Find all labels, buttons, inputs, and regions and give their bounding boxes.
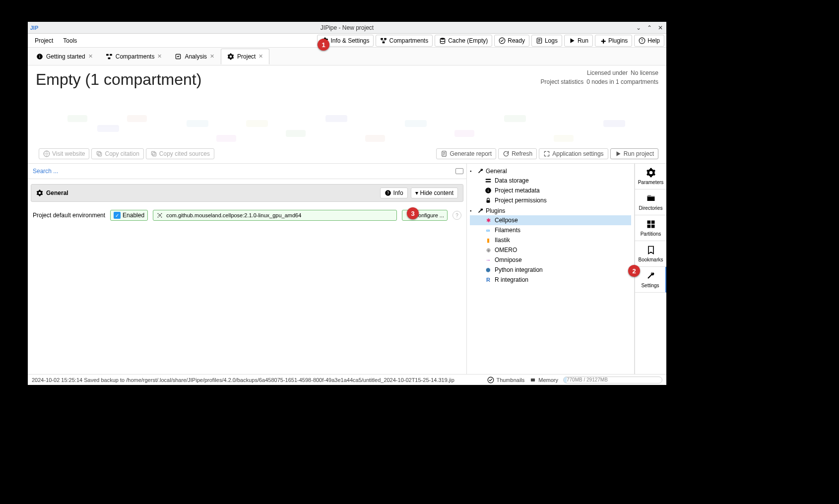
svg-rect-2	[383, 41, 385, 43]
field-default-environment: Project default environment ✓ Enabled co…	[28, 207, 466, 224]
copy-citation-button[interactable]: Copy citation	[91, 148, 143, 159]
svg-rect-1	[385, 38, 387, 40]
ready-button[interactable]: Ready	[494, 35, 529, 47]
run-button[interactable]: Run	[564, 35, 593, 47]
tab-compartments[interactable]: Compartments ✕	[99, 49, 169, 64]
thumbnails-status[interactable]: Thumbnails	[487, 377, 524, 383]
svg-rect-32	[647, 221, 650, 224]
section-general: General ? Info ▾ Hide content	[31, 184, 463, 202]
license-value: No license	[631, 69, 658, 76]
memory-icon	[529, 377, 536, 383]
compartments-button[interactable]: Compartments	[376, 35, 433, 47]
check-icon	[499, 37, 506, 44]
close-icon[interactable]: ✕	[210, 53, 214, 60]
info-button[interactable]: ? Info	[380, 188, 408, 198]
cache-label: Cache (Empty)	[448, 37, 488, 44]
svg-rect-27	[486, 179, 491, 180]
rtab-directories[interactable]: Directories	[635, 189, 666, 215]
tree-label: OMERO	[495, 247, 517, 253]
hide-content-button[interactable]: ▾ Hide content	[411, 188, 458, 198]
svg-rect-33	[651, 221, 654, 224]
menu-tools[interactable]: Tools	[58, 35, 82, 46]
statusbar: 2024-10-02 15:25:14 Saved backup to /hom…	[28, 374, 666, 385]
run-project-button[interactable]: Run project	[610, 148, 658, 159]
help-button[interactable]: ? Help	[634, 35, 664, 47]
field-help-button[interactable]: ?	[452, 211, 461, 220]
compartments-icon	[380, 37, 387, 44]
memory-bar[interactable]: 770MB / 29127MB	[563, 377, 662, 383]
app-icon: JIP	[30, 23, 39, 32]
tree-item-filaments[interactable]: ∞ Filaments	[470, 225, 631, 235]
titlebar: JIP JIPipe - New project ⌄ ⌃ ✕	[28, 22, 666, 34]
tab-project[interactable]: Project ✕	[221, 49, 269, 64]
svg-point-26	[161, 217, 162, 218]
close-icon[interactable]: ✕	[157, 53, 162, 60]
svg-rect-18	[151, 151, 155, 155]
rtab-parameters[interactable]: Parameters	[635, 164, 666, 189]
svg-point-23	[158, 213, 159, 214]
tree-item-cellpose[interactable]: ✱ Cellpose	[470, 215, 631, 225]
close-icon[interactable]: ✕	[88, 53, 93, 60]
enabled-checkbox[interactable]: ✓ Enabled	[110, 210, 148, 221]
memory-status: Memory	[529, 377, 558, 383]
rtab-partitions[interactable]: Partitions	[635, 215, 666, 241]
app-settings-button[interactable]: Application settings	[539, 148, 608, 159]
tree-item-ilastik[interactable]: ▮ Ilastik	[470, 235, 631, 245]
compartments-label: Compartments	[389, 37, 428, 44]
generate-report-button[interactable]: Generate report	[436, 148, 496, 159]
tree-item-project-permissions[interactable]: Project permissions	[470, 195, 631, 205]
tree-item-project-metadata[interactable]: i Project metadata	[470, 186, 631, 195]
generate-report-label: Generate report	[450, 150, 492, 157]
tree-group-general[interactable]: ▪ General	[470, 167, 631, 176]
tabbar: i Getting started ✕ Compartments ✕ Analy…	[28, 48, 666, 65]
svg-text:?: ?	[387, 191, 389, 195]
visit-website-button[interactable]: Visit website	[39, 148, 89, 159]
logs-button[interactable]: Logs	[531, 35, 562, 47]
partitions-icon	[646, 219, 656, 229]
refresh-icon	[503, 150, 510, 157]
configure-label: Configure ...	[414, 212, 444, 218]
cellpose-icon: ✱	[485, 217, 492, 224]
tree-item-r[interactable]: R R integration	[470, 275, 631, 285]
tree-item-omero[interactable]: ⊕ OMERO	[470, 245, 631, 255]
maximize-button[interactable]: ⌃	[645, 24, 653, 32]
tree-label: Ilastik	[495, 237, 510, 244]
tab-label: Compartments	[116, 53, 155, 60]
expand-icon	[543, 150, 550, 157]
cache-button[interactable]: Cache (Empty)	[435, 35, 492, 47]
copy-cited-button[interactable]: Copy cited sources	[146, 148, 214, 159]
memory-label: Memory	[538, 377, 558, 383]
close-button[interactable]: ✕	[656, 24, 664, 32]
tree-item-data-storage[interactable]: Data storage	[470, 176, 631, 186]
stats-value: 0 nodes in 1 compartments	[586, 78, 658, 85]
omero-icon: ⊕	[485, 247, 492, 253]
ready-label: Ready	[508, 37, 525, 44]
copy-cited-label: Copy cited sources	[159, 150, 210, 157]
search-input[interactable]	[31, 166, 455, 177]
analysis-icon	[175, 53, 182, 60]
content-area: Empty (1 compartment) Licensed underNo l…	[28, 65, 666, 374]
info-settings-label: Info & Settings	[330, 37, 369, 44]
rtab-label: Parameters	[638, 180, 664, 185]
tree-group-plugins[interactable]: ▪ Plugins	[470, 206, 631, 215]
folder-icon	[646, 193, 656, 203]
svg-rect-16	[97, 151, 101, 155]
tab-analysis[interactable]: Analysis ✕	[168, 49, 221, 64]
tree-item-python[interactable]: ⬢ Python integration	[470, 265, 631, 275]
clear-search-icon[interactable]	[455, 168, 463, 174]
rtab-bookmarks[interactable]: Bookmarks	[635, 241, 666, 267]
close-icon[interactable]: ✕	[258, 53, 263, 60]
logs-label: Logs	[545, 37, 558, 44]
refresh-button[interactable]: Refresh	[498, 148, 537, 159]
plugins-button[interactable]: Plugins	[595, 35, 632, 47]
tab-getting-started[interactable]: i Getting started ✕	[30, 49, 99, 64]
report-icon	[441, 150, 448, 157]
svg-text:i: i	[39, 54, 40, 59]
minimize-button[interactable]: ⌄	[635, 24, 643, 32]
tree-item-omnipose[interactable]: → Omnipose	[470, 255, 631, 265]
compartments-icon	[106, 53, 113, 60]
svg-rect-34	[647, 225, 650, 228]
status-message: 2024-10-02 15:25:14 Saved backup to /hom…	[32, 377, 454, 383]
svg-rect-0	[381, 38, 384, 40]
menu-project[interactable]: Project	[30, 35, 58, 46]
